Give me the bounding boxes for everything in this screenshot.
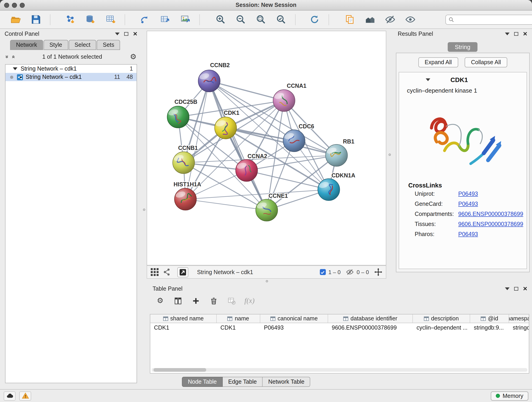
network-node-HIST1H1A[interactable] [175,188,196,210]
copy-button[interactable] [344,13,355,26]
network-node-CCNA1[interactable] [273,89,295,112]
import-network-database-button[interactable] [84,13,96,26]
zoom-in-button[interactable] [215,13,226,26]
memory-button[interactable]: Memory [491,391,528,400]
gear-icon[interactable]: ⚙ [130,53,137,61]
table-cell[interactable]: 9606.ENSP00000378699 [328,323,413,332]
table-row[interactable]: CDK1 CDK1 P06493 9606.ENSP00000378699 cy… [150,323,529,332]
network-node-RB1[interactable] [326,144,348,166]
network-node-CDK1[interactable] [215,117,237,139]
panel-close-icon[interactable]: ✕ [523,31,527,37]
string-tab[interactable]: String [447,42,478,52]
column-header[interactable]: shared name [150,314,217,323]
collapse-gene-icon[interactable] [426,78,430,81]
table-cell[interactable]: CDK1 [150,323,217,332]
export-image-button[interactable] [179,13,191,26]
table-cell[interactable]: CDK1 [217,323,260,332]
crosslink-link[interactable]: P06493 [458,191,478,197]
tab-sets[interactable]: Sets [97,40,120,50]
bottom-splitter-handle[interactable] [266,280,268,282]
search-input[interactable] [456,16,532,23]
table-cell[interactable]: cyclin–dependent ... [413,323,470,332]
network-collection-row[interactable]: String Network – cdk1 1 [6,65,137,73]
network-node-CDC6[interactable] [283,130,305,152]
new-network-button[interactable] [139,13,151,26]
refresh-button[interactable] [308,13,320,26]
panel-float-icon[interactable] [514,287,518,291]
column-header[interactable]: name [217,314,260,323]
show-columns-button[interactable] [174,296,182,305]
selected-checkbox-icon[interactable] [320,269,326,275]
horizontal-scrollbar[interactable] [152,368,527,372]
function-builder-button[interactable]: f(x) [245,296,254,305]
tab-node-table[interactable]: Node Table [182,377,223,387]
panel-float-icon[interactable] [124,32,128,36]
expand-all-icon[interactable]: » [4,55,10,58]
collapse-all-button[interactable]: Collapse All [465,57,507,67]
tab-style[interactable]: Style [44,40,68,50]
export-view-button[interactable] [177,267,188,277]
copy-document-icon [344,14,355,25]
left-splitter-handle[interactable] [143,209,145,211]
network-row[interactable]: String Network – cdk1 11 48 [6,73,137,81]
move-crosshair-icon[interactable] [374,268,382,276]
column-header[interactable]: namespac [509,314,529,323]
panel-float-icon[interactable] [514,32,518,36]
table-cell[interactable]: stringdb [509,323,529,332]
maximize-window-button[interactable] [20,3,25,8]
expand-all-button[interactable]: Expand All [418,57,458,67]
table-panel-header: Table Panel ✕ [142,284,532,294]
network-share-icon[interactable] [163,268,171,276]
column-header[interactable]: description [413,314,470,323]
scrollbar-thumb[interactable] [153,368,206,372]
column-header[interactable]: canonical name [260,314,328,323]
hide-selected-button[interactable] [384,13,396,26]
cloud-status-button[interactable] [4,391,16,400]
export-network-button[interactable] [159,13,171,26]
open-session-button[interactable] [10,13,22,26]
crosslink-link[interactable]: 9606.ENSP00000378699 [458,221,523,227]
panel-close-icon[interactable]: ✕ [523,286,527,292]
panel-menu-icon[interactable] [505,287,510,290]
zoom-selected-button[interactable] [275,13,287,26]
crosslink-link[interactable]: P06493 [458,231,478,237]
panel-menu-icon[interactable] [505,32,510,35]
column-header[interactable]: @id [470,314,509,323]
table-cell[interactable]: P06493 [260,323,328,332]
tab-network-table[interactable]: Network Table [263,377,310,387]
tab-network[interactable]: Network [10,40,43,50]
grid-view-icon[interactable] [151,268,158,276]
show-all-button[interactable] [404,13,416,26]
add-column-button[interactable] [191,296,200,305]
panel-menu-icon[interactable] [115,32,120,35]
zoom-fit-button[interactable] [255,13,267,26]
close-window-button[interactable] [4,3,9,8]
collapse-all-icon[interactable]: » [10,55,16,58]
network-node-CDC25B[interactable] [167,106,189,128]
tab-select[interactable]: Select [69,40,96,50]
import-table-file-button[interactable] [104,13,116,26]
save-session-button[interactable] [30,13,42,26]
minimize-window-button[interactable] [12,3,17,8]
zoom-out-button[interactable] [234,13,247,26]
tree-expand-icon[interactable] [13,67,17,70]
import-network-file-button[interactable] [64,13,76,26]
warnings-button[interactable] [19,391,31,400]
delete-column-button[interactable] [209,296,218,305]
network-node-CDKN1A[interactable] [318,179,340,201]
network-node-CCNA2[interactable] [236,160,258,182]
network-canvas[interactable]: CCNB2CCNA1CDC25BCDK1CDC6RB1CCNB1CCNA2CDK… [147,31,386,265]
right-splitter-handle[interactable] [389,153,391,156]
table-cell[interactable]: stringdb:9... [470,323,509,332]
tab-edge-table[interactable]: Edge Table [223,377,263,387]
crosslink-link[interactable]: P06493 [458,201,478,207]
column-header[interactable]: database identifier [328,314,413,323]
table-settings-gear-icon[interactable]: ⚙ [156,296,165,305]
home-button[interactable] [364,13,376,26]
network-node-CCNB2[interactable] [198,70,220,92]
network-node-CCNB1[interactable] [173,152,195,174]
panel-close-icon[interactable]: ✕ [133,31,138,37]
network-node-CCNE1[interactable] [256,199,278,221]
crosslink-link[interactable]: 9606.ENSP00000378699 [458,211,523,217]
delete-table-button[interactable] [227,296,236,305]
